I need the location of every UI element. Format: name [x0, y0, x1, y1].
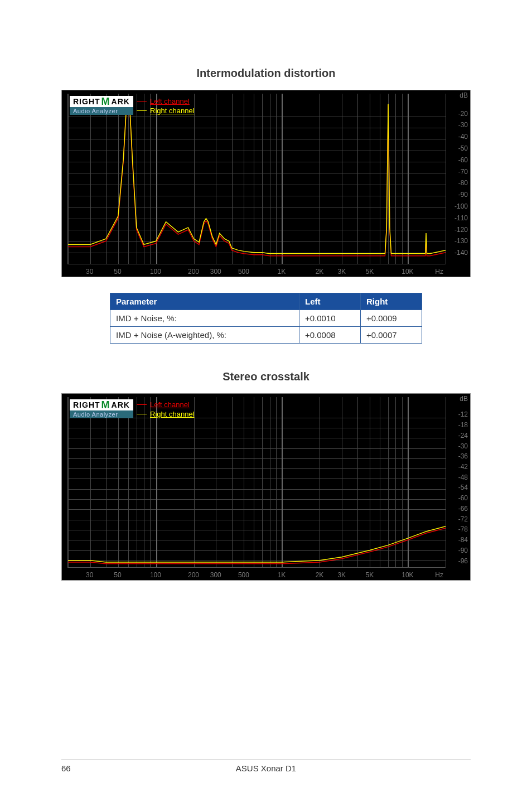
legend-label-right: Right channel: [150, 410, 195, 418]
y-tick-label: -90: [458, 547, 468, 554]
legend-swatch-right: [137, 414, 147, 414]
table-row: IMD + Noise, %: +0.0010 +0.0009: [110, 310, 422, 327]
y-tick-label: -96: [458, 557, 468, 565]
x-tick-label: 100: [150, 571, 161, 579]
y-unit-label: dB: [460, 91, 468, 99]
y-tick-label: -90: [458, 191, 468, 199]
imd-x-axis: Hz 30501002003005001K2K3K5K10K: [67, 265, 446, 277]
imd-y-axis: dB -20-30-40-50-60-70-80-90-100-110-120-…: [448, 90, 470, 264]
legend-swatch-left: [137, 404, 147, 405]
x-tick-label: 50: [114, 268, 121, 276]
logo-text-m: M: [101, 401, 110, 409]
footer-title: ASUS Xonar D1: [128, 764, 404, 773]
x-tick-label: 10K: [402, 571, 413, 579]
rightmark-logo: RIGHT M ARK Audio Analyzer: [70, 96, 133, 115]
y-unit-label: dB: [460, 395, 468, 403]
logo-text-ark: ARK: [112, 400, 130, 409]
x-unit-label: Hz: [435, 268, 443, 276]
x-tick-label: 30: [86, 571, 93, 579]
x-tick-label: 5K: [366, 571, 374, 579]
y-tick-label: -84: [458, 536, 468, 544]
legend-swatch-right: [137, 110, 147, 111]
cell-right: +0.0007: [361, 327, 422, 344]
series-line: [68, 528, 446, 564]
x-tick-label: 2K: [316, 268, 324, 276]
y-tick-label: -50: [458, 144, 468, 152]
logo-subtitle: Audio Analyzer: [70, 107, 133, 115]
x-tick-label: 5K: [366, 268, 374, 276]
rightmark-logo: RIGHT M ARK Audio Analyzer: [70, 399, 133, 418]
x-unit-label: Hz: [435, 571, 443, 579]
imd-chart-container: dB -20-30-40-50-60-70-80-90-100-110-120-…: [61, 90, 471, 277]
xtalk-title: Stereo crosstalk: [61, 370, 471, 383]
x-tick-label: 500: [238, 268, 249, 276]
th-right: Right: [361, 293, 422, 310]
y-tick-label: -12: [458, 410, 468, 418]
y-tick-label: -80: [458, 179, 468, 187]
logo-text-right: RIGHT: [73, 400, 100, 409]
x-tick-label: 30: [86, 268, 93, 276]
y-tick-label: -72: [458, 515, 468, 523]
y-tick-label: -130: [454, 237, 468, 245]
x-tick-label: 50: [114, 571, 121, 579]
x-tick-label: 10K: [402, 268, 413, 276]
series-line: [68, 526, 446, 562]
xtalk-series-svg: [68, 397, 446, 567]
y-tick-label: -110: [454, 214, 468, 222]
y-tick-label: -24: [458, 432, 468, 439]
y-tick-label: -40: [458, 133, 468, 141]
imd-chart: dB -20-30-40-50-60-70-80-90-100-110-120-…: [61, 90, 471, 277]
xtalk-legend: Left channel Right channel: [137, 400, 195, 419]
y-tick-label: -66: [458, 505, 468, 513]
legend-label-left: Left channel: [150, 400, 190, 409]
y-tick-label: -30: [458, 442, 468, 450]
y-tick-label: -140: [454, 249, 468, 257]
xtalk-chart-container: dB -12-18-24-30-36-42-48-54-60-66-72-78-…: [61, 393, 471, 581]
cell-right: +0.0009: [361, 310, 422, 327]
legend-swatch-left: [137, 101, 147, 102]
x-tick-label: 2K: [316, 571, 324, 579]
page-number: 66: [61, 764, 128, 773]
y-tick-label: -18: [458, 421, 468, 429]
y-tick-label: -36: [458, 452, 468, 460]
y-tick-label: -100: [454, 202, 468, 210]
imd-param-table: Parameter Left Right IMD + Noise, %: +0.…: [110, 293, 422, 344]
y-tick-label: -120: [454, 226, 468, 234]
cell-left: +0.0010: [299, 310, 361, 327]
y-tick-label: -42: [458, 463, 468, 471]
x-tick-label: 200: [188, 268, 199, 276]
y-tick-label: -78: [458, 525, 468, 533]
legend-label-right: Right channel: [150, 107, 195, 115]
x-tick-label: 3K: [337, 268, 346, 276]
xtalk-x-axis: Hz 30501002003005001K2K3K5K10K: [67, 569, 446, 580]
legend-label-left: Left channel: [150, 97, 190, 105]
y-tick-label: -60: [458, 494, 468, 502]
table-header-row: Parameter Left Right: [110, 293, 422, 310]
x-tick-label: 200: [188, 571, 199, 579]
th-parameter: Parameter: [110, 293, 299, 310]
table-row: IMD + Noise (A-weighted), %: +0.0008 +0.…: [110, 327, 422, 344]
x-tick-label: 3K: [337, 571, 346, 579]
th-left: Left: [299, 293, 361, 310]
y-tick-label: -48: [458, 474, 468, 481]
logo-text-ark: ARK: [112, 97, 130, 106]
logo-text-right: RIGHT: [73, 97, 100, 106]
xtalk-plot-area: [67, 397, 446, 568]
logo-text-m: M: [101, 98, 110, 105]
y-tick-label: -54: [458, 484, 468, 491]
y-tick-label: -20: [458, 110, 468, 118]
cell-param: IMD + Noise (A-weighted), %:: [110, 327, 299, 344]
x-tick-label: 300: [210, 268, 221, 276]
x-tick-label: 500: [238, 571, 249, 579]
x-tick-label: 1K: [278, 268, 286, 276]
logo-subtitle: Audio Analyzer: [70, 410, 133, 418]
y-tick-label: -30: [458, 121, 468, 129]
cell-left: +0.0008: [299, 327, 361, 344]
xtalk-y-axis: dB -12-18-24-30-36-42-48-54-60-66-72-78-…: [448, 394, 470, 568]
imd-title: Intermodulation distortion: [61, 67, 471, 80]
cell-param: IMD + Noise, %:: [110, 310, 299, 327]
series-line: [68, 104, 446, 253]
xtalk-chart: dB -12-18-24-30-36-42-48-54-60-66-72-78-…: [61, 393, 471, 581]
x-tick-label: 100: [150, 268, 161, 276]
x-tick-label: 1K: [278, 571, 286, 579]
